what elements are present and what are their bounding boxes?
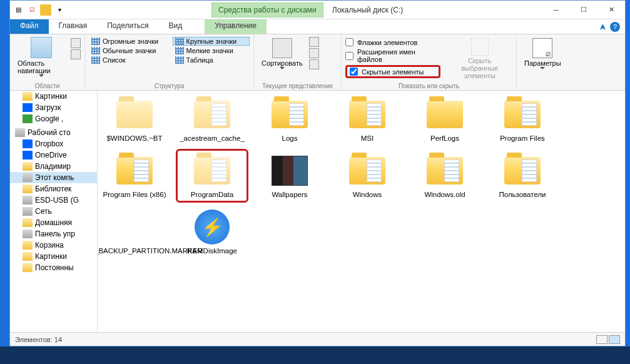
file-item[interactable]: Windows (333, 151, 402, 201)
sidebar-item[interactable]: Сеть (10, 206, 97, 217)
sidebar-item[interactable]: Постоянны (10, 262, 97, 273)
layout-option[interactable]: Список (89, 56, 166, 64)
file-item[interactable]: $WINRE_BACKUP_PARTITION.MARKER (100, 207, 169, 257)
layout-option[interactable]: Мелкие значки (173, 46, 250, 55)
window-title: Локальный диск (C:) (332, 6, 404, 14)
checkbox-option[interactable]: Флажки элементов (345, 38, 440, 46)
file-item[interactable]: _acestream_cache_ (178, 94, 246, 144)
item-icon-wrap (346, 153, 389, 188)
groupby-button[interactable] (309, 37, 319, 47)
file-item[interactable]: Logs (255, 94, 324, 144)
file-item[interactable]: ⚡RAMDiskImage (178, 207, 246, 257)
group-label-layout: Структура (85, 83, 253, 89)
layout-option[interactable]: Обычные значки (89, 46, 166, 55)
tab-home[interactable]: Главная (49, 19, 98, 34)
minimize-button[interactable]: ─ (542, 1, 570, 19)
details-pane-button[interactable] (71, 49, 81, 59)
item-label: Program Files (500, 134, 545, 142)
sidebar-item[interactable]: Dropbox (10, 138, 97, 149)
sidebar-item[interactable]: OneDrive (10, 149, 97, 161)
file-item[interactable]: ProgramData (178, 151, 246, 201)
navigation-pane-button[interactable]: Область навигации (14, 36, 68, 78)
layout-icon (91, 56, 100, 64)
folder-icon (194, 101, 230, 128)
layout-icon (175, 56, 184, 64)
sidebar-item[interactable]: Загрузк (10, 102, 97, 113)
item-label: _acestream_cache_ (180, 134, 245, 142)
tab-share[interactable]: Поделиться (97, 19, 158, 34)
navigation-pane-icon (31, 37, 52, 58)
folder-icon (504, 157, 541, 185)
sidebar-item[interactable]: Картинки (10, 251, 97, 262)
sidebar-item[interactable]: Корзина (10, 240, 97, 251)
sidebar-item[interactable]: Панель упр (10, 228, 97, 240)
file-item[interactable]: Program Files (488, 94, 557, 144)
ribbon-collapse-icon[interactable]: ⮝ (599, 23, 606, 31)
file-item[interactable]: Wallpapers (255, 151, 324, 201)
chevron-down-icon (39, 74, 44, 77)
sidebar-item[interactable]: ESD-USB (G (10, 195, 97, 206)
qat-properties-icon[interactable]: ☑ (26, 4, 38, 16)
tab-manage[interactable]: Управление (205, 19, 267, 34)
sidebar-item[interactable]: Владимир (10, 161, 97, 172)
sidebar-item-label: Картинки (35, 92, 67, 101)
checkbox[interactable] (350, 68, 358, 76)
layout-icon (175, 47, 184, 54)
options-button[interactable]: ☑ Параметры (521, 36, 565, 69)
hide-icon (471, 38, 489, 56)
ribbon-group-showhide: Флажки элементовРасширения имен файловСк… (342, 34, 517, 90)
sidebar-item[interactable]: Google , (10, 113, 97, 124)
checkbox-option[interactable]: Скрытые элементы (345, 65, 440, 78)
titlebar: ▤ ☑ ▾ Средства работы с дисками Локальны… (10, 1, 625, 19)
ramdisk-icon: ⚡ (195, 210, 230, 245)
item-label: Program Files (x86) (103, 191, 166, 198)
taskbar[interactable] (0, 346, 630, 364)
window-controls: ─ ☐ ✕ (542, 1, 625, 19)
checkbox-label: Расширения имен файлов (357, 48, 440, 63)
help-icon[interactable]: ? (610, 22, 620, 32)
folder-icon (349, 157, 385, 185)
sidebar-item[interactable]: Этот компь (10, 172, 97, 183)
qat-newfolder-icon[interactable] (40, 4, 51, 16)
file-item[interactable]: Windows.old (410, 151, 479, 201)
navigation-tree[interactable]: КартинкиЗагрузкGoogle ,Рабочий стоDropbo… (10, 91, 98, 332)
sidebar-item[interactable]: Картинки (10, 91, 97, 102)
sidebar-item-icon (15, 128, 25, 137)
sidebar-item[interactable]: Домашняя (10, 217, 97, 228)
tab-view[interactable]: Вид (158, 19, 192, 34)
layout-option[interactable]: Огромные значки (89, 37, 166, 46)
item-label: RAMDiskImage (187, 247, 237, 255)
hide-selected-button: Скрыть выбранные элементы (447, 36, 512, 79)
checkbox-option[interactable]: Расширения имен файлов (345, 48, 440, 63)
file-list[interactable]: $WINDOWS.~BT_acestream_cache_LogsMSIPerf… (98, 91, 625, 332)
layout-icon (91, 47, 100, 54)
file-item[interactable]: MSI (333, 94, 402, 144)
file-item[interactable]: Пользователи (488, 151, 557, 201)
addcolumn-button[interactable] (309, 48, 319, 58)
sidebar-item[interactable]: Библиотек (10, 183, 97, 195)
checkbox[interactable] (345, 52, 353, 60)
details-view-button[interactable] (596, 335, 607, 344)
help-area: ⮝ ? (599, 19, 625, 34)
sizecolumns-button[interactable] (309, 59, 319, 69)
qat-dropdown-icon[interactable]: ▾ (54, 4, 65, 16)
ribbon-group-currentview: Сортировать Текущее представление (254, 34, 342, 90)
checkbox[interactable] (345, 38, 353, 46)
layout-option[interactable]: Таблица (173, 56, 250, 64)
sidebar-item[interactable]: Рабочий сто (10, 127, 97, 138)
file-item[interactable]: Program Files (x86) (100, 151, 169, 201)
preview-pane-button[interactable] (71, 38, 81, 48)
close-button[interactable]: ✕ (597, 1, 625, 19)
maximize-button[interactable]: ☐ (570, 1, 597, 19)
file-item[interactable]: PerfLogs (410, 94, 479, 144)
icons-view-button[interactable] (609, 335, 620, 344)
item-label: $WINDOWS.~BT (106, 134, 162, 142)
layout-option[interactable]: Крупные значки (173, 37, 250, 46)
sidebar-item-icon (23, 151, 33, 159)
sort-button[interactable]: Сортировать (258, 36, 307, 69)
file-tab[interactable]: Файл (10, 19, 49, 34)
file-item[interactable]: $WINDOWS.~BT (100, 94, 169, 144)
app-icon: ▤ (13, 4, 24, 16)
sidebar-item-label: ESD-USB (G (35, 196, 79, 205)
item-icon-wrap (346, 97, 389, 132)
